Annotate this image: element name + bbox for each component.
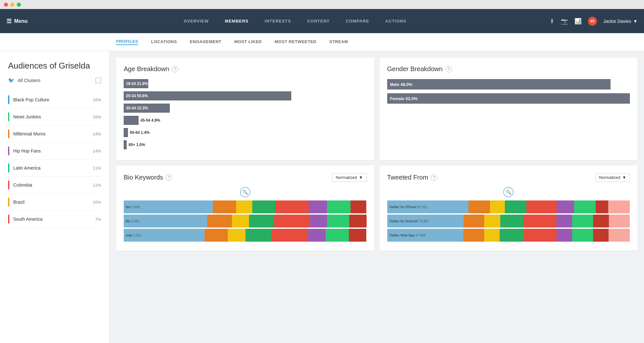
treemap-seg <box>500 229 524 242</box>
cluster-color-latin <box>8 163 9 172</box>
all-clusters-checkbox[interactable] <box>95 78 101 83</box>
cluster-item-south-america[interactable]: South America 7% <box>8 211 101 228</box>
close-button[interactable] <box>4 3 8 7</box>
minimize-button[interactable] <box>10 3 14 7</box>
treemap-seg <box>593 229 609 242</box>
treemap-seg: vida 2,422 <box>124 229 205 242</box>
sidebar: Audiences of Griselda 🐦 All Clusters Bla… <box>0 51 110 343</box>
tweeted-from-dropdown[interactable]: Normalized ▼ <box>595 173 630 182</box>
window-chrome <box>0 0 644 9</box>
cluster-item-black-pop[interactable]: Black Pop Culture 16% <box>8 91 101 108</box>
maximize-button[interactable] <box>17 3 21 7</box>
cluster-item-colombia[interactable]: Colombia 11% <box>8 177 101 194</box>
tab-stream[interactable]: STREAM <box>329 39 348 45</box>
cluster-name: Millennial Moms <box>13 131 93 136</box>
nav-interests[interactable]: INTERESTS <box>257 19 299 23</box>
treemap-seg <box>526 200 557 213</box>
bio-keywords-header: Bio Keywords ? Normalized ▼ <box>124 173 367 182</box>
age-bar-55-64: 55-64 1.4% <box>124 128 367 137</box>
bio-keywords-dropdown[interactable]: Normalized ▼ <box>332 173 367 182</box>
sub-nav: PROFILES LOCATIONS ENGAGEMENT MOST LIKED… <box>0 33 644 51</box>
cluster-item-latin[interactable]: Latin America 11% <box>8 160 101 177</box>
treemap-seg <box>252 200 275 213</box>
notification-badge[interactable]: 45 <box>588 17 597 26</box>
treemap-seg <box>556 215 572 227</box>
age-bar-65plus: 65+ 1.0% <box>124 140 367 149</box>
cluster-pct: 16% <box>93 115 101 119</box>
treemap-seg <box>205 229 228 242</box>
treemap-seg <box>484 215 500 227</box>
nav-actions[interactable]: ACTIONS <box>377 19 415 23</box>
camera-icon[interactable]: 📷 <box>561 18 568 25</box>
tweeted-treemap-row-webapp: Twitter Web App 37,866 <box>387 229 630 242</box>
tab-most-liked[interactable]: MOST LIKED <box>234 39 262 45</box>
nav-icons: ⬆ 📷 📊 45 Jackie Davies ▼ <box>550 17 638 26</box>
bio-keywords-title: Bio Keywords ? <box>124 174 172 181</box>
treemap-seg <box>274 215 310 227</box>
cluster-name: Brazil <box>13 199 93 205</box>
dropdown-arrow-icon: ▼ <box>359 175 363 180</box>
tweeted-from-card: Tweeted From ? Normalized ▼ 🔍 Twitter fo… <box>380 165 638 251</box>
tab-most-retweeted[interactable]: MOST RETWEETED <box>274 39 316 45</box>
bio-search-icon[interactable]: 🔍 <box>240 187 250 197</box>
all-clusters-row[interactable]: 🐦 All Clusters <box>8 77 101 83</box>
cluster-pct: 14% <box>93 132 101 136</box>
nav-content[interactable]: CONTENT <box>299 19 338 23</box>
age-breakdown-title: Age Breakdown ? <box>124 65 367 73</box>
treemap-seg <box>505 200 526 213</box>
age-help-icon[interactable]: ? <box>172 66 178 72</box>
cluster-pct: 10% <box>93 200 101 205</box>
tab-engagement[interactable]: ENGAGEMENT <box>190 39 221 45</box>
gender-bar-female: Female 52.0% <box>387 93 630 104</box>
cluster-pct: 11% <box>93 166 101 171</box>
bio-keywords-card: Bio Keywords ? Normalized ▼ 🔍 fan 2,659 <box>116 165 374 251</box>
user-info[interactable]: Jackie Davies ▼ <box>603 19 638 24</box>
treemap-seg <box>327 200 350 213</box>
content-area: Age Breakdown ? 18-24 21.8% 25-34 55.6% <box>110 51 644 343</box>
top-nav: ☰ Menu OVERVIEW MEMBERS INTERESTS CONTEN… <box>0 9 644 33</box>
cluster-item-brazil[interactable]: Brazil 10% <box>8 194 101 211</box>
treemap-seg <box>463 229 485 242</box>
cluster-name: South America <box>13 217 95 222</box>
nav-overview[interactable]: OVERVIEW <box>176 19 217 23</box>
bio-treemap-row-fan: fan 2,659 <box>124 200 367 213</box>
share-icon[interactable]: ⬆ <box>550 18 554 25</box>
cluster-item-moms[interactable]: Millennial Moms 14% <box>8 125 101 143</box>
nav-members[interactable]: MEMBERS <box>217 19 256 23</box>
treemap-seg: Twitter for iPhone 97,322 <box>387 200 468 213</box>
treemap-seg <box>524 229 557 242</box>
treemap-seg <box>484 229 500 242</box>
tab-locations[interactable]: LOCATIONS <box>151 39 177 45</box>
age-bar-18-24: 18-24 21.8% <box>124 79 367 88</box>
cluster-item-hiphop[interactable]: Hip Hop Fans 14% <box>8 143 101 160</box>
treemap-seg <box>572 229 593 242</box>
treemap-seg <box>308 229 326 242</box>
treemap-seg <box>608 200 630 213</box>
gender-help-icon[interactable]: ? <box>445 66 452 72</box>
treemap-seg <box>596 200 608 213</box>
tweeted-from-help-icon[interactable]: ? <box>431 174 437 181</box>
tab-profiles[interactable]: PROFILES <box>116 39 138 45</box>
treemap-seg <box>490 200 505 213</box>
tweeted-search-icon[interactable]: 🔍 <box>503 187 514 197</box>
treemap-seg: life 2,563 <box>124 215 207 227</box>
cluster-item-news[interactable]: News Junkies 16% <box>8 108 101 125</box>
hamburger-icon: ☰ <box>6 18 12 25</box>
age-bar-45-54: 45-54 4.9% <box>124 116 367 125</box>
treemap-seg <box>572 215 593 227</box>
cluster-pct: 14% <box>93 149 101 153</box>
treemap-seg <box>275 200 309 213</box>
cluster-name: Black Pop Culture <box>13 97 93 102</box>
gender-breakdown-title: Gender Breakdown ? <box>387 65 630 73</box>
nav-compare[interactable]: COMPARE <box>338 19 377 23</box>
bottom-cards-row: Bio Keywords ? Normalized ▼ 🔍 fan 2,659 <box>116 165 638 251</box>
chart-icon[interactable]: 📊 <box>574 18 582 25</box>
treemap-seg <box>500 215 524 227</box>
treemap-seg <box>609 215 630 227</box>
all-clusters-label: All Clusters <box>18 78 92 83</box>
tweeted-treemap-row-android: Twitter for Android 73,302 <box>387 215 630 227</box>
menu-label: Menu <box>14 18 28 24</box>
treemap-seg <box>310 215 327 227</box>
menu-button[interactable]: ☰ Menu <box>6 18 28 25</box>
bio-keywords-help-icon[interactable]: ? <box>166 174 172 181</box>
